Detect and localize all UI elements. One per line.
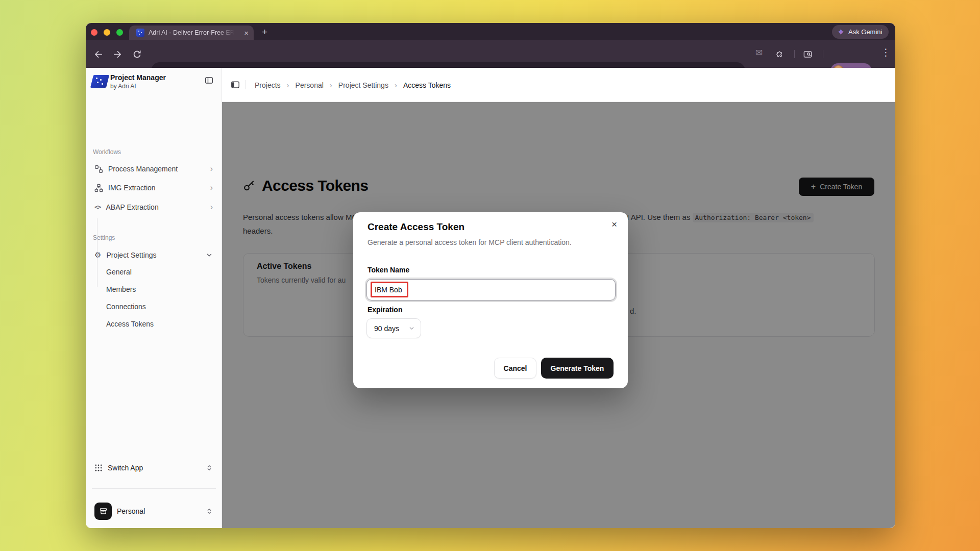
workspace-label: Personal bbox=[117, 507, 145, 515]
breadcrumb-separator: › bbox=[287, 81, 289, 89]
tab-favicon-icon bbox=[136, 29, 144, 37]
reload-button[interactable] bbox=[131, 48, 143, 60]
tab-title: Adri AI - Deliver Error-Free ER bbox=[149, 29, 234, 36]
toolbar-divider bbox=[823, 50, 823, 58]
browser-titlebar: Adri AI - Deliver Error-Free ER × + Ask … bbox=[86, 23, 895, 40]
browser-window: Adri AI - Deliver Error-Free ER × + Ask … bbox=[86, 23, 895, 528]
sidebar-item-label: IMG Extraction bbox=[108, 184, 156, 192]
sidebar-toggle-icon[interactable] bbox=[205, 76, 213, 85]
grid-icon bbox=[94, 464, 103, 472]
gear-icon: ⚙ bbox=[94, 251, 101, 260]
chevron-right-icon: › bbox=[210, 184, 213, 192]
generate-token-button[interactable]: Generate Token bbox=[541, 358, 614, 379]
header-divider bbox=[246, 80, 246, 89]
main-header: Projects › Personal › Project Settings ›… bbox=[222, 68, 895, 102]
sub-item-label: Access Tokens bbox=[106, 320, 154, 328]
forward-button[interactable] bbox=[111, 48, 124, 60]
modal-subtitle: Generate a personal access token for MCP… bbox=[368, 238, 572, 246]
sidebar-item-connections[interactable]: Connections bbox=[102, 299, 204, 314]
sub-item-label: Connections bbox=[106, 303, 146, 311]
sub-item-label: Members bbox=[106, 285, 136, 293]
ask-gemini-label: Ask Gemini bbox=[848, 28, 882, 36]
sidebar-item-label: Process Management bbox=[108, 165, 178, 173]
workspace-switcher[interactable]: Personal bbox=[90, 498, 218, 524]
ask-gemini-button[interactable]: Ask Gemini bbox=[832, 25, 889, 39]
sidebar-divider bbox=[92, 488, 216, 489]
gemini-spark-icon bbox=[837, 28, 845, 36]
expiration-label: Expiration bbox=[368, 306, 402, 314]
app-logo bbox=[91, 74, 108, 88]
close-icon[interactable]: × bbox=[611, 219, 617, 229]
chevron-down-icon bbox=[206, 252, 213, 259]
sidebar-item-general[interactable]: General bbox=[102, 264, 204, 280]
more-menu-icon[interactable]: ⋮ bbox=[881, 47, 891, 57]
back-button[interactable] bbox=[92, 48, 104, 60]
extensions-puzzle-icon[interactable] bbox=[773, 48, 786, 60]
sidebar-item-label: Project Settings bbox=[106, 251, 156, 259]
cancel-label: Cancel bbox=[504, 364, 527, 372]
workflows-section-label: Workflows bbox=[93, 148, 121, 156]
code-icon: <> bbox=[94, 204, 101, 211]
desktop-wallpaper: Adri AI - Deliver Error-Free ER × + Ask … bbox=[0, 0, 980, 551]
workspace-icon bbox=[94, 503, 112, 520]
minimize-window-button[interactable] bbox=[104, 29, 110, 36]
breadcrumb-personal[interactable]: Personal bbox=[296, 81, 324, 89]
app-title: Project Manager bbox=[110, 73, 166, 82]
chevron-right-icon: › bbox=[210, 165, 213, 173]
switch-app-label: Switch App bbox=[108, 464, 143, 472]
close-tab-icon[interactable]: × bbox=[244, 29, 249, 37]
app-subtitle: by Adri AI bbox=[110, 83, 136, 90]
tab-search-icon[interactable] bbox=[801, 48, 814, 60]
annotation-red-box: IBM Bob bbox=[371, 282, 408, 297]
sidebar-item-label: ABAP Extraction bbox=[106, 203, 158, 211]
sidebar: Project Manager by Adri AI Workflows Pro… bbox=[86, 68, 222, 528]
sidebar-item-abap-extraction[interactable]: <> ABAP Extraction › bbox=[90, 199, 218, 215]
chevron-up-down-icon bbox=[206, 508, 213, 515]
sidebar-item-process-management[interactable]: Process Management › bbox=[90, 161, 218, 177]
mail-icon[interactable]: ✉ bbox=[755, 48, 763, 57]
workflow-icon bbox=[94, 165, 103, 173]
breadcrumb-access-tokens: Access Tokens bbox=[403, 81, 451, 89]
switch-app-button[interactable]: Switch App bbox=[90, 459, 218, 477]
sidebar-item-project-settings[interactable]: ⚙ Project Settings bbox=[90, 247, 218, 263]
breadcrumb-projects[interactable]: Projects bbox=[255, 81, 281, 89]
token-name-value: IBM Bob bbox=[375, 286, 402, 294]
sidebar-item-img-extraction[interactable]: IMG Extraction › bbox=[90, 180, 218, 196]
expiration-value: 90 days bbox=[374, 324, 399, 333]
token-name-label: Token Name bbox=[368, 266, 409, 274]
maximize-window-button[interactable] bbox=[116, 29, 123, 36]
expiration-select[interactable]: 90 days bbox=[366, 318, 421, 338]
panel-toggle-icon[interactable] bbox=[231, 80, 240, 89]
modal-title: Create Access Token bbox=[368, 221, 464, 233]
toolbar-divider bbox=[794, 50, 795, 58]
subnav-line bbox=[97, 218, 97, 287]
chevron-up-down-icon bbox=[206, 464, 213, 471]
network-icon bbox=[94, 184, 103, 192]
sub-item-label: General bbox=[106, 268, 132, 276]
sidebar-item-members[interactable]: Members bbox=[102, 282, 204, 297]
chevron-down-icon bbox=[408, 325, 415, 332]
breadcrumb-project-settings[interactable]: Project Settings bbox=[338, 81, 388, 89]
create-access-token-modal: Create Access Token × Generate a persona… bbox=[353, 212, 628, 388]
chevron-right-icon: › bbox=[210, 203, 213, 211]
token-name-input[interactable]: IBM Bob bbox=[366, 279, 616, 300]
breadcrumb-separator: › bbox=[395, 81, 397, 89]
close-window-button[interactable] bbox=[91, 29, 97, 36]
browser-toolbar: getadri.ai/projects/project/organization… bbox=[86, 40, 895, 68]
generate-token-label: Generate Token bbox=[551, 364, 604, 372]
browser-tab[interactable]: Adri AI - Deliver Error-Free ER × bbox=[129, 26, 254, 40]
new-tab-button[interactable]: + bbox=[262, 26, 267, 39]
breadcrumb: Projects › Personal › Project Settings ›… bbox=[255, 68, 451, 102]
breadcrumb-separator: › bbox=[330, 81, 332, 89]
cancel-button[interactable]: Cancel bbox=[494, 358, 536, 379]
sidebar-item-access-tokens[interactable]: Access Tokens bbox=[102, 316, 204, 332]
settings-section-label: Settings bbox=[93, 234, 115, 241]
